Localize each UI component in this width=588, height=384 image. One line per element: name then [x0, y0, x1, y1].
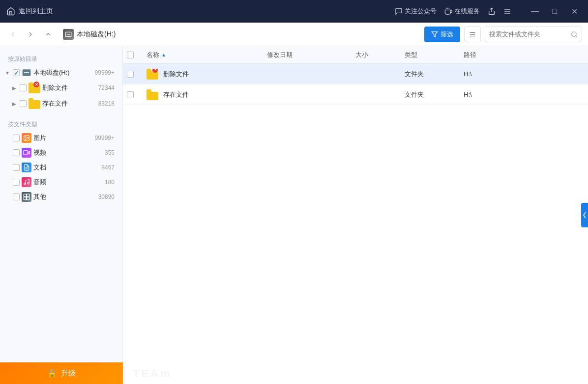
svg-point-24 — [28, 183, 29, 185]
sidebar-item-other[interactable]: 其他 30890 — [0, 190, 122, 204]
sidebar-label-video: 视频 — [33, 148, 103, 157]
table-row[interactable]: ✕ 删除文件 文件夹 H:\ — [123, 64, 588, 84]
sidebar-section-dir: 按原始目录 — [0, 52, 122, 65]
svg-line-14 — [576, 35, 577, 37]
sidebar-count-audio: 180 — [105, 179, 115, 186]
td-type: 文件夹 — [405, 70, 464, 79]
svg-point-18 — [25, 137, 26, 137]
sidebar-count-deleted: 72344 — [98, 84, 115, 91]
menu-btn[interactable] — [503, 7, 511, 15]
td-checkbox — [127, 71, 147, 78]
content-area: 名称 ▲ 修改日期 大小 类型 路径 ✕ 删除 — [123, 46, 588, 384]
svg-rect-26 — [27, 194, 29, 196]
sidebar-label-other: 其他 — [33, 192, 96, 201]
doc-file-icon — [22, 163, 31, 172]
th-date[interactable]: 修改日期 — [267, 51, 355, 59]
svg-rect-20 — [24, 151, 28, 155]
home-icon[interactable] — [6, 6, 16, 16]
sort-icon: ▲ — [161, 52, 166, 57]
table-body: ✕ 删除文件 文件夹 H:\ 存在文 — [123, 64, 588, 384]
sidebar-count-doc: 8467 — [101, 164, 115, 171]
filter-btn[interactable]: 筛选 — [424, 27, 460, 42]
checkbox-image[interactable] — [13, 135, 20, 141]
sidebar-count-existing: 83218 — [98, 100, 115, 107]
sidebar-item-existing[interactable]: ▶ 存在文件 83218 — [0, 96, 122, 111]
th-type[interactable]: 类型 — [405, 51, 464, 59]
sidebar-count-image: 99999+ — [95, 135, 115, 141]
sidebar-count-other: 30890 — [98, 193, 115, 200]
checkbox-drive[interactable] — [13, 69, 20, 76]
checkbox-deleted[interactable] — [20, 84, 27, 91]
titlebar-right: 关注公众号 在线服务 — [395, 3, 582, 19]
close-btn[interactable]: ✕ — [566, 3, 582, 19]
sidebar-label-existing: 存在文件 — [42, 99, 96, 108]
forward-btn[interactable] — [24, 27, 37, 41]
sidebar-item-video[interactable]: 视频 355 — [0, 145, 122, 160]
td-type: 文件夹 — [405, 90, 464, 99]
search-input[interactable] — [489, 30, 568, 38]
expand-icon-deleted: ▶ — [11, 84, 18, 91]
td-path: H:\ — [464, 91, 584, 98]
sidebar-item-image[interactable]: 图片 99999+ — [0, 131, 122, 145]
back-btn[interactable] — [6, 27, 20, 41]
td-name: 存在文件 — [147, 89, 267, 100]
sidebar-section-type: 按文件类型 — [0, 117, 122, 131]
checkbox-video[interactable] — [13, 149, 20, 156]
win-controls: — □ ✕ — [527, 3, 582, 19]
th-name[interactable]: 名称 ▲ — [147, 51, 267, 59]
sidebar-count-video: 355 — [105, 149, 115, 156]
image-file-icon — [22, 133, 31, 143]
drive-file-icon — [22, 68, 31, 78]
svg-point-13 — [572, 31, 576, 36]
checkbox-other[interactable] — [13, 193, 20, 200]
follow-btn[interactable]: 关注公众号 — [395, 7, 437, 16]
td-path: H:\ — [464, 70, 584, 78]
expand-icon-drive: ▼ — [4, 69, 11, 76]
checkbox-audio[interactable] — [13, 179, 20, 186]
audio-file-icon — [22, 177, 31, 187]
svg-point-23 — [24, 183, 26, 185]
drive-icon — [63, 29, 74, 40]
up-btn[interactable] — [41, 27, 55, 41]
upgrade-btn[interactable]: 🔒 升级 — [0, 362, 123, 384]
minimize-btn[interactable]: — — [527, 3, 543, 19]
th-path[interactable]: 路径 — [464, 51, 584, 59]
checkbox-doc[interactable] — [13, 164, 20, 171]
other-file-icon — [22, 192, 31, 202]
th-size[interactable]: 大小 — [355, 51, 405, 59]
maximize-btn[interactable]: □ — [547, 3, 562, 19]
search-box — [485, 27, 582, 42]
collapse-handle[interactable] — [581, 203, 588, 227]
titlebar-title: 返回到主页 — [19, 7, 53, 16]
svg-rect-28 — [27, 197, 29, 200]
sidebar-item-audio[interactable]: 音频 180 — [0, 175, 122, 190]
svg-rect-25 — [24, 194, 26, 196]
share-btn[interactable] — [488, 7, 496, 15]
table-row[interactable]: 存在文件 文件夹 H:\ — [123, 84, 588, 105]
td-checkbox — [127, 91, 147, 98]
svg-marker-9 — [432, 31, 438, 37]
path-text: 本地磁盘(H:) — [77, 30, 116, 39]
select-all-checkbox[interactable] — [127, 52, 134, 58]
service-btn[interactable]: 在线服务 — [444, 7, 480, 16]
sidebar: 按原始目录 ▼ 本地磁盘(H:) 99999+ ▶ ✕ — [0, 46, 123, 384]
path-bar: 本地磁盘(H:) — [59, 29, 420, 40]
sidebar-item-deleted[interactable]: ▶ ✕ 删除文件 72344 — [0, 80, 122, 96]
sidebar-label-deleted: 删除文件 — [42, 83, 96, 92]
td-name: ✕ 删除文件 — [147, 69, 267, 80]
row-checkbox-2[interactable] — [127, 91, 134, 98]
sidebar-item-drive[interactable]: ▼ 本地磁盘(H:) 99999+ — [0, 65, 122, 80]
table-header: 名称 ▲ 修改日期 大小 类型 路径 — [123, 46, 588, 64]
row-checkbox-1[interactable] — [127, 71, 134, 78]
th-checkbox — [127, 52, 147, 58]
main: 按原始目录 ▼ 本地磁盘(H:) 99999+ ▶ ✕ — [0, 46, 588, 384]
expand-icon-existing: ▶ — [11, 100, 18, 107]
sidebar-count-drive: 99999+ — [95, 69, 115, 76]
checkbox-existing[interactable] — [20, 100, 27, 107]
svg-rect-27 — [24, 197, 26, 200]
sidebar-item-doc[interactable]: 文档 8467 — [0, 160, 122, 175]
sidebar-label-image: 图片 — [33, 134, 93, 142]
sidebar-label-drive: 本地磁盘(H:) — [33, 68, 93, 77]
svg-marker-19 — [28, 151, 29, 154]
view-btn[interactable] — [464, 27, 481, 42]
